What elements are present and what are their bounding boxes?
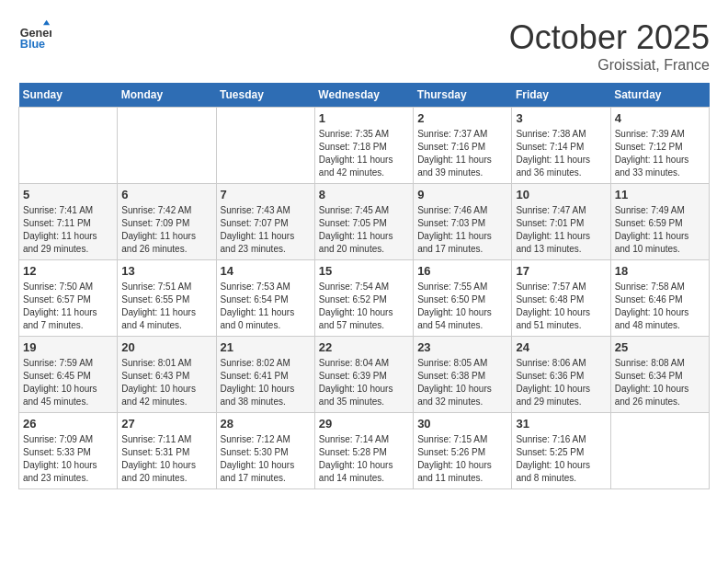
day-info: Sunrise: 7:15 AMSunset: 5:26 PMDaylight:…: [417, 433, 507, 485]
day-info: Sunrise: 7:39 AMSunset: 7:12 PMDaylight:…: [615, 128, 705, 179]
day-number: 1: [319, 111, 409, 125]
calendar-cell: 28Sunrise: 7:12 AMSunset: 5:30 PMDayligh…: [216, 413, 314, 489]
day-number: 21: [221, 340, 311, 354]
calendar-cell: 14Sunrise: 7:53 AMSunset: 6:54 PMDayligh…: [216, 260, 314, 337]
calendar-cell: [216, 108, 314, 184]
calendar-cell: [19, 108, 118, 184]
calendar-week-row: 1Sunrise: 7:35 AMSunset: 7:18 PMDaylight…: [19, 108, 710, 184]
day-number: 19: [23, 340, 113, 354]
calendar-week-row: 26Sunrise: 7:09 AMSunset: 5:33 PMDayligh…: [19, 413, 710, 489]
calendar-cell: 1Sunrise: 7:35 AMSunset: 7:18 PMDaylight…: [314, 108, 413, 184]
weekday-header: Sunday: [19, 83, 118, 108]
calendar-cell: 6Sunrise: 7:42 AMSunset: 7:09 PMDaylight…: [118, 184, 216, 260]
day-info: Sunrise: 7:53 AMSunset: 6:54 PMDaylight:…: [221, 281, 311, 332]
day-info: Sunrise: 8:01 AMSunset: 6:43 PMDaylight:…: [121, 357, 211, 408]
day-info: Sunrise: 7:57 AMSunset: 6:48 PMDaylight:…: [516, 281, 606, 332]
day-number: 5: [23, 188, 113, 201]
calendar-cell: 2Sunrise: 7:37 AMSunset: 7:16 PMDaylight…: [414, 108, 512, 184]
calendar-cell: 16Sunrise: 7:55 AMSunset: 6:50 PMDayligh…: [414, 260, 512, 337]
day-info: Sunrise: 7:09 AMSunset: 5:33 PMDaylight:…: [23, 433, 113, 485]
day-number: 30: [417, 417, 507, 431]
day-number: 8: [319, 188, 409, 201]
day-info: Sunrise: 7:47 AMSunset: 7:01 PMDaylight:…: [516, 204, 606, 256]
logo: General Blue: [18, 18, 55, 52]
weekday-header: Monday: [118, 83, 216, 108]
day-number: 23: [417, 340, 507, 354]
calendar-cell: 12Sunrise: 7:50 AMSunset: 6:57 PMDayligh…: [19, 260, 118, 337]
day-number: 7: [221, 188, 311, 201]
calendar-cell: 3Sunrise: 7:38 AMSunset: 7:14 PMDaylight…: [512, 108, 610, 184]
weekday-header: Wednesday: [314, 83, 413, 108]
day-number: 13: [121, 264, 211, 278]
calendar-cell: 21Sunrise: 8:02 AMSunset: 6:41 PMDayligh…: [216, 337, 314, 413]
day-info: Sunrise: 7:14 AMSunset: 5:28 PMDaylight:…: [319, 433, 409, 485]
logo-icon: General Blue: [18, 18, 51, 52]
calendar-cell: 19Sunrise: 7:59 AMSunset: 6:45 PMDayligh…: [19, 337, 118, 413]
calendar-week-row: 19Sunrise: 7:59 AMSunset: 6:45 PMDayligh…: [19, 337, 710, 413]
day-number: 17: [516, 264, 606, 278]
svg-text:Blue: Blue: [20, 38, 45, 51]
day-info: Sunrise: 7:45 AMSunset: 7:05 PMDaylight:…: [319, 204, 409, 256]
day-number: 29: [319, 417, 409, 431]
day-number: 12: [23, 264, 113, 278]
calendar-cell: 17Sunrise: 7:57 AMSunset: 6:48 PMDayligh…: [512, 260, 610, 337]
day-number: 31: [516, 417, 606, 431]
svg-marker-2: [43, 20, 50, 25]
calendar-cell: 27Sunrise: 7:11 AMSunset: 5:31 PMDayligh…: [118, 413, 216, 489]
day-info: Sunrise: 7:49 AMSunset: 6:59 PMDaylight:…: [615, 204, 705, 256]
weekday-header: Saturday: [610, 83, 709, 108]
month-title: October 2025: [509, 18, 710, 57]
day-number: 18: [615, 264, 705, 278]
page-header: General Blue October 2025 Groissiat, Fra…: [18, 18, 710, 74]
day-info: Sunrise: 7:58 AMSunset: 6:46 PMDaylight:…: [615, 281, 705, 332]
weekday-header: Thursday: [414, 83, 512, 108]
calendar-cell: 25Sunrise: 8:08 AMSunset: 6:34 PMDayligh…: [610, 337, 709, 413]
calendar-cell: 13Sunrise: 7:51 AMSunset: 6:55 PMDayligh…: [118, 260, 216, 337]
day-number: 25: [615, 340, 705, 354]
day-number: 27: [121, 417, 211, 431]
calendar-cell: 10Sunrise: 7:47 AMSunset: 7:01 PMDayligh…: [512, 184, 610, 260]
calendar-week-row: 12Sunrise: 7:50 AMSunset: 6:57 PMDayligh…: [19, 260, 710, 337]
calendar-cell: [118, 108, 216, 184]
calendar-cell: 20Sunrise: 8:01 AMSunset: 6:43 PMDayligh…: [118, 337, 216, 413]
calendar-cell: 18Sunrise: 7:58 AMSunset: 6:46 PMDayligh…: [610, 260, 709, 337]
calendar-cell: 30Sunrise: 7:15 AMSunset: 5:26 PMDayligh…: [414, 413, 512, 489]
day-info: Sunrise: 7:55 AMSunset: 6:50 PMDaylight:…: [417, 281, 507, 332]
weekday-header: Tuesday: [216, 83, 314, 108]
day-info: Sunrise: 7:46 AMSunset: 7:03 PMDaylight:…: [417, 204, 507, 256]
calendar-cell: 31Sunrise: 7:16 AMSunset: 5:25 PMDayligh…: [512, 413, 610, 489]
day-number: 20: [121, 340, 211, 354]
calendar-cell: [610, 413, 709, 489]
calendar-header-row: SundayMondayTuesdayWednesdayThursdayFrid…: [19, 83, 710, 108]
day-info: Sunrise: 8:08 AMSunset: 6:34 PMDaylight:…: [615, 357, 705, 408]
day-info: Sunrise: 7:16 AMSunset: 5:25 PMDaylight:…: [516, 433, 606, 485]
calendar-cell: 11Sunrise: 7:49 AMSunset: 6:59 PMDayligh…: [610, 184, 709, 260]
day-info: Sunrise: 7:51 AMSunset: 6:55 PMDaylight:…: [121, 281, 211, 332]
calendar-cell: 29Sunrise: 7:14 AMSunset: 5:28 PMDayligh…: [314, 413, 413, 489]
day-info: Sunrise: 8:06 AMSunset: 6:36 PMDaylight:…: [516, 357, 606, 408]
day-info: Sunrise: 7:42 AMSunset: 7:09 PMDaylight:…: [121, 204, 211, 256]
calendar-cell: 5Sunrise: 7:41 AMSunset: 7:11 PMDaylight…: [19, 184, 118, 260]
day-number: 11: [615, 188, 705, 201]
calendar-cell: 23Sunrise: 8:05 AMSunset: 6:38 PMDayligh…: [414, 337, 512, 413]
day-info: Sunrise: 8:05 AMSunset: 6:38 PMDaylight:…: [417, 357, 507, 408]
day-info: Sunrise: 7:43 AMSunset: 7:07 PMDaylight:…: [221, 204, 311, 256]
weekday-header: Friday: [512, 83, 610, 108]
calendar-cell: 7Sunrise: 7:43 AMSunset: 7:07 PMDaylight…: [216, 184, 314, 260]
title-block: October 2025 Groissiat, France: [509, 18, 710, 74]
day-number: 16: [417, 264, 507, 278]
day-number: 4: [615, 111, 705, 125]
day-number: 9: [417, 188, 507, 201]
day-info: Sunrise: 7:12 AMSunset: 5:30 PMDaylight:…: [221, 433, 311, 485]
day-number: 26: [23, 417, 113, 431]
calendar-table: SundayMondayTuesdayWednesdayThursdayFrid…: [18, 83, 710, 489]
day-info: Sunrise: 7:50 AMSunset: 6:57 PMDaylight:…: [23, 281, 113, 332]
day-info: Sunrise: 7:54 AMSunset: 6:52 PMDaylight:…: [319, 281, 409, 332]
calendar-cell: 15Sunrise: 7:54 AMSunset: 6:52 PMDayligh…: [314, 260, 413, 337]
calendar-cell: 24Sunrise: 8:06 AMSunset: 6:36 PMDayligh…: [512, 337, 610, 413]
day-info: Sunrise: 7:35 AMSunset: 7:18 PMDaylight:…: [319, 128, 409, 179]
calendar-week-row: 5Sunrise: 7:41 AMSunset: 7:11 PMDaylight…: [19, 184, 710, 260]
calendar-cell: 26Sunrise: 7:09 AMSunset: 5:33 PMDayligh…: [19, 413, 118, 489]
day-number: 6: [121, 188, 211, 201]
day-info: Sunrise: 8:02 AMSunset: 6:41 PMDaylight:…: [221, 357, 311, 408]
